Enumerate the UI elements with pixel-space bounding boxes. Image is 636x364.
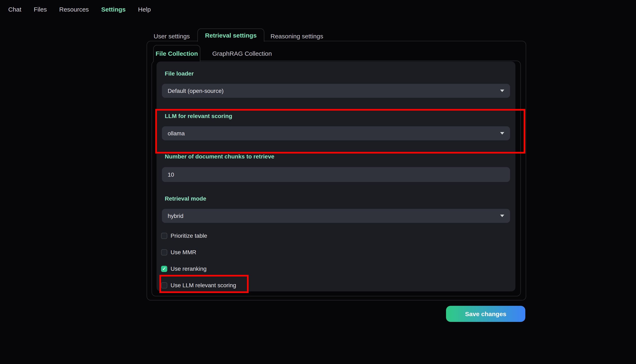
checkbox-label: Use reranking xyxy=(171,265,207,272)
checkbox-label: Prioritize table xyxy=(171,232,207,239)
check-icon: ✓ xyxy=(162,266,166,271)
file-loader-label: File loader xyxy=(165,70,194,77)
checkbox-icon[interactable]: ✓ xyxy=(161,249,167,255)
nav-item-resources[interactable]: Resources xyxy=(59,6,89,13)
llm-scoring-label: LLM for relevant scoring xyxy=(165,113,232,119)
chunks-label: Number of document chunks to retrieve xyxy=(165,153,274,160)
file-loader-value: Default (open-source) xyxy=(168,88,497,94)
retrieval-mode-value: hybrid xyxy=(168,212,497,219)
file-loader-select[interactable]: Default (open-source) xyxy=(162,84,510,98)
nav-item-settings[interactable]: Settings xyxy=(101,6,126,13)
nav-item-help[interactable]: Help xyxy=(138,6,151,13)
retrieval-mode-label: Retrieval mode xyxy=(165,195,206,202)
chevron-down-icon xyxy=(500,214,504,217)
checkbox-icon[interactable]: ✓ xyxy=(161,266,167,272)
tab-reasoning-settings[interactable]: Reasoning settings xyxy=(271,32,323,40)
checkbox-icon[interactable]: ✓ xyxy=(161,282,167,288)
top-nav: Chat Files Resources Settings Help xyxy=(8,6,151,13)
checkbox-label: Use MMR xyxy=(171,249,196,256)
llm-scoring-value: ollama xyxy=(168,130,497,136)
checkbox-row-prioritize-table[interactable]: ✓ Prioritize table xyxy=(161,232,207,239)
nav-item-chat[interactable]: Chat xyxy=(8,6,21,13)
checkbox-icon[interactable]: ✓ xyxy=(161,232,167,239)
checkbox-label: Use LLM relevant scoring xyxy=(171,282,236,288)
nav-item-files[interactable]: Files xyxy=(34,6,47,13)
chunks-input[interactable] xyxy=(162,167,510,182)
tab-retrieval-settings[interactable]: Retrieval settings xyxy=(197,28,264,42)
checkbox-row-use-llm-relevant-scoring[interactable]: ✓ Use LLM relevant scoring xyxy=(161,282,236,288)
llm-scoring-select[interactable]: ollama xyxy=(162,126,510,140)
retrieval-mode-select[interactable]: hybrid xyxy=(162,209,510,223)
chevron-down-icon xyxy=(500,132,504,134)
checkbox-row-use-reranking[interactable]: ✓ Use reranking xyxy=(161,265,207,272)
checkbox-row-use-mmr[interactable]: ✓ Use MMR xyxy=(161,249,196,256)
save-changes-button[interactable]: Save changes xyxy=(446,306,525,322)
app-window: Chat Files Resources Settings Help User … xyxy=(0,0,636,364)
tab-user-settings[interactable]: User settings xyxy=(154,32,190,40)
chevron-down-icon xyxy=(500,90,504,92)
subtab-file-collection[interactable]: File Collection xyxy=(153,45,200,62)
